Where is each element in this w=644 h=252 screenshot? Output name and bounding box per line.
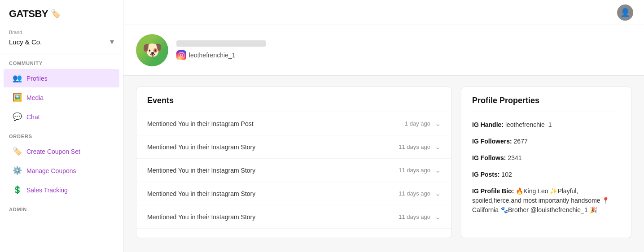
event-time: 11 days ago: [399, 143, 430, 150]
brand-label: Brand: [9, 30, 114, 35]
event-time: 11 days ago: [399, 190, 430, 197]
property-ig-bio: IG Profile Bio: 🔥King Leo ✨Playful, spoi…: [472, 187, 620, 215]
brand-section: Brand Lucy & Co. ▾: [0, 26, 123, 53]
property-ig-follows: IG Follows: 2341: [472, 153, 620, 163]
events-panel: Events Mentioned You in their Instagram …: [136, 87, 452, 238]
sidebar-item-chat[interactable]: 💬 Chat: [4, 108, 119, 126]
event-time: 1 day ago: [405, 120, 430, 127]
community-section-label: COMMUNITY: [0, 53, 123, 69]
main-content: 👤 🐶 leothefrenchie_1: [123, 0, 644, 252]
properties-panel: Profile Properties IG Handle: leothefren…: [461, 87, 631, 238]
event-row[interactable]: Mentioned You in their Instagram Story 1…: [136, 159, 451, 182]
property-label: IG Followers:: [472, 138, 512, 145]
brand-selector[interactable]: Lucy & Co. ▾: [9, 37, 114, 47]
sidebar-item-manage-coupons[interactable]: ⚙️ Manage Coupons: [4, 161, 119, 180]
sidebar-item-create-coupon[interactable]: 🏷️ Create Coupon Set: [4, 142, 119, 161]
avatar-image: 🐶: [136, 34, 168, 66]
panels-row: Events Mentioned You in their Instagram …: [123, 76, 644, 249]
content-area: 🐶 leothefrenchie_1 Events: [123, 25, 644, 252]
sidebar-item-media-label: Media: [26, 94, 44, 101]
property-label: IG Profile Bio:: [472, 187, 514, 195]
orders-section-label: ORDERS: [0, 126, 123, 142]
event-text: Mentioned You in their Instagram Post: [147, 120, 254, 127]
event-meta: 11 days ago ⌄: [399, 143, 441, 151]
property-label: IG Posts:: [472, 171, 499, 178]
event-text: Mentioned You in their Instagram Story: [147, 143, 255, 151]
property-ig-handle: IG Handle: leothefrenchie_1: [472, 120, 620, 130]
property-ig-posts: IG Posts: 102: [472, 170, 620, 179]
chat-icon: 💬: [13, 112, 22, 122]
sidebar-item-sales-tracking[interactable]: 💲 Sales Tracking: [4, 181, 119, 199]
profile-avatar: 🐶: [136, 34, 168, 66]
property-value: 2677: [514, 138, 528, 145]
event-row[interactable]: Mentioned You in their Instagram Story 1…: [136, 182, 451, 205]
brand-value: Lucy & Co.: [9, 38, 42, 46]
admin-section-label: ADMIN: [0, 200, 123, 215]
event-meta: 11 days ago ⌄: [399, 166, 441, 174]
profile-header: 🐶 leothefrenchie_1: [123, 25, 644, 76]
user-avatar[interactable]: 👤: [617, 4, 633, 21]
property-value: 102: [501, 171, 512, 178]
property-value: 2341: [508, 154, 521, 161]
chevron-down-icon: ⌄: [435, 189, 441, 198]
event-meta: 11 days ago ⌄: [399, 213, 441, 221]
tag-icon: 🏷️: [13, 147, 22, 156]
avatar-icon: 👤: [620, 8, 630, 17]
events-title: Events: [147, 96, 174, 105]
events-header: Events: [136, 87, 451, 112]
app-title: GATSBY: [9, 8, 48, 20]
topbar: 👤: [123, 0, 644, 25]
dollar-icon: 💲: [13, 185, 22, 195]
properties-title: Profile Properties: [472, 96, 620, 112]
app-logo: GATSBY 🏷️: [0, 0, 123, 26]
event-time: 11 days ago: [399, 167, 430, 174]
property-label: IG Handle:: [472, 121, 504, 128]
profile-handle: leothefrenchie_1: [189, 52, 236, 59]
instagram-icon: [176, 50, 186, 60]
event-row[interactable]: Mentioned You in their Instagram Story 1…: [136, 205, 451, 229]
logo-icon: 🏷️: [51, 9, 61, 19]
sidebar-item-sales-tracking-label: Sales Tracking: [26, 187, 68, 194]
profiles-icon: 👥: [13, 74, 22, 83]
event-row[interactable]: Mentioned You in their Instagram Story 1…: [136, 135, 451, 159]
profile-info: leothefrenchie_1: [176, 40, 266, 60]
chevron-down-icon: ⌄: [435, 143, 441, 151]
chevron-down-icon: ▾: [110, 37, 114, 47]
event-meta: 1 day ago ⌄: [405, 119, 441, 128]
sidebar-item-manage-coupons-label: Manage Coupons: [26, 167, 76, 174]
profile-name-placeholder: [176, 40, 266, 47]
event-text: Mentioned You in their Instagram Story: [147, 213, 255, 221]
sidebar-item-media[interactable]: 🖼️ Media: [4, 88, 119, 107]
event-text: Mentioned You in their Instagram Story: [147, 190, 255, 197]
sidebar: GATSBY 🏷️ Brand Lucy & Co. ▾ COMMUNITY 👥…: [0, 0, 123, 252]
property-value: leothefrenchie_1: [505, 121, 552, 128]
chevron-down-icon: ⌄: [435, 119, 441, 128]
profile-handle-row: leothefrenchie_1: [176, 50, 266, 60]
sidebar-item-profiles[interactable]: 👥 Profiles: [4, 69, 119, 87]
event-meta: 11 days ago ⌄: [399, 189, 441, 198]
event-time: 11 days ago: [399, 213, 430, 220]
event-text: Mentioned You in their Instagram Story: [147, 167, 255, 174]
chevron-down-icon: ⌄: [435, 213, 441, 221]
chevron-down-icon: ⌄: [435, 166, 441, 174]
sidebar-item-profiles-label: Profiles: [26, 75, 48, 82]
event-row[interactable]: Mentioned You in their Instagram Post 1 …: [136, 112, 451, 135]
property-label: IG Follows:: [472, 154, 506, 161]
sidebar-item-chat-label: Chat: [26, 113, 40, 121]
media-icon: 🖼️: [13, 93, 22, 102]
gear-icon: ⚙️: [13, 166, 22, 175]
property-ig-followers: IG Followers: 2677: [472, 137, 620, 146]
sidebar-item-create-coupon-label: Create Coupon Set: [26, 148, 80, 155]
